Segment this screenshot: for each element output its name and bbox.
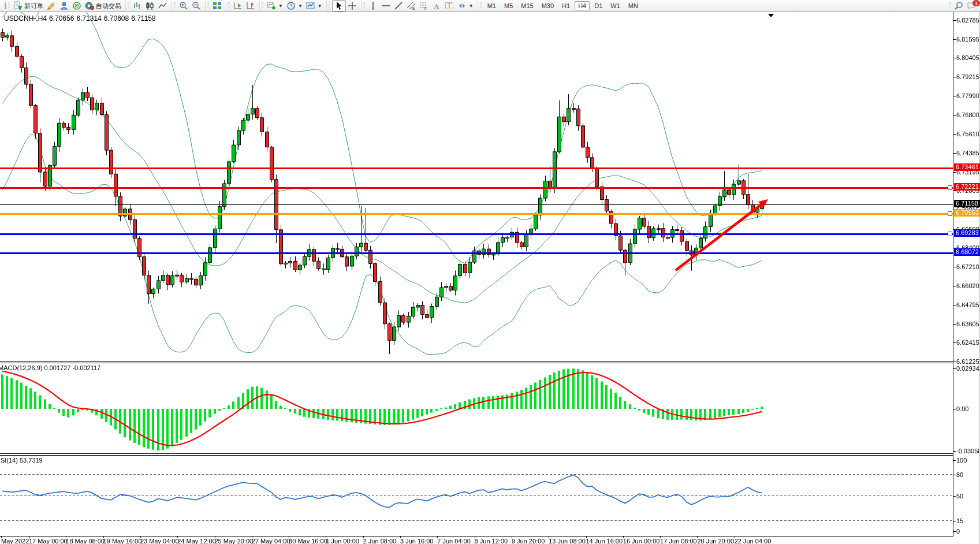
arrow-tools-icon	[457, 1, 467, 10]
text-icon: A	[432, 1, 441, 10]
chart-shift-button[interactable]	[244, 1, 257, 11]
time-axis-label: May 2022	[1, 538, 29, 544]
chart-type-group	[125, 0, 172, 12]
vertical-line-button[interactable]	[367, 1, 379, 11]
fibonacci-button[interactable]: F	[418, 1, 430, 11]
equidistant-channel-icon: E	[407, 1, 416, 10]
macd-tick-label: 0.029341	[956, 365, 980, 372]
chart-canvas[interactable]	[0, 12, 980, 544]
scroll-group	[226, 0, 259, 12]
zoom-out-button[interactable]	[190, 1, 203, 11]
crosshair-button[interactable]	[346, 1, 359, 11]
window-group	[205, 0, 226, 12]
time-axis-label: 17 Jun 08:00	[660, 538, 697, 544]
timeframe-button-mn[interactable]: MN	[625, 1, 642, 10]
time-axis-label: 22 Jun 04:00	[735, 538, 772, 544]
cursor-group	[326, 0, 361, 12]
trendline-button[interactable]	[392, 1, 405, 11]
price-tick-label: 6.81595	[956, 36, 979, 43]
line-chart-icon	[158, 1, 167, 10]
period-clock-icon	[286, 1, 296, 10]
notifications-button[interactable]: 1	[965, 1, 978, 11]
price-tick-label: 6.67210	[956, 263, 979, 270]
tile-windows-icon	[213, 1, 222, 10]
price-line-label: 6.69283	[954, 229, 980, 237]
cursor-button[interactable]	[332, 0, 346, 12]
time-axis-label: 13 Jun 08:00	[549, 538, 586, 544]
zoom-group	[172, 0, 205, 12]
timeframe-button-h1[interactable]: H1	[558, 1, 573, 10]
timeframe-button-w1[interactable]: W1	[607, 1, 624, 10]
time-axis-label: 17 May 00:00	[29, 538, 68, 544]
autotrading-icon	[85, 1, 94, 10]
timeframe-button-m5[interactable]: M5	[501, 1, 516, 10]
bar-chart-icon	[133, 1, 142, 10]
trendline-icon	[394, 1, 403, 10]
tile-windows-button[interactable]	[211, 1, 223, 11]
arrow-tools-button[interactable]: ▼	[456, 1, 475, 11]
templates-button[interactable]: ▼	[304, 1, 324, 11]
price-tick-label: 6.76800	[956, 111, 979, 118]
time-axis-label: 30 May 16:00	[289, 538, 327, 544]
right-group: 1	[947, 0, 980, 12]
community-button[interactable]	[58, 1, 70, 11]
arrow-tools-caret-icon[interactable]: ▼	[469, 3, 474, 9]
templates-icon	[306, 1, 315, 10]
community-icon	[59, 1, 69, 10]
horizontal-line-icon	[381, 1, 390, 10]
auto-scroll-button[interactable]	[232, 1, 244, 11]
rsi-tick-label: 15	[956, 517, 963, 524]
chart-shift-icon	[246, 1, 255, 10]
price-tick-label: 6.80405	[956, 54, 979, 61]
time-axis-label: 3 Jun 16:00	[400, 538, 434, 544]
new-order-button[interactable]: 新订单	[12, 1, 45, 11]
price-line-label: 6.73461	[954, 163, 980, 171]
price-line-label: 6.68072	[954, 248, 980, 256]
signals-icon	[72, 1, 81, 10]
price-tick-label: 6.75610	[956, 131, 979, 137]
metaeditor-button[interactable]	[45, 1, 58, 11]
time-axis-label: 2 Jun 08:00	[363, 538, 397, 544]
scroll-to-end-icon[interactable]	[768, 14, 774, 17]
text-label-button[interactable]: T	[443, 1, 456, 11]
horizontal-line-button[interactable]	[379, 1, 392, 11]
price-line-label: 6.70553	[954, 209, 980, 217]
price-tick-label: 6.79215	[956, 73, 979, 80]
new-chart-icon	[267, 1, 276, 10]
timeframe-button-m1[interactable]: M1	[484, 1, 500, 10]
drawing-tools-group: E F A T ▼	[361, 0, 478, 12]
autotrading-label: 自动交易	[96, 2, 121, 10]
templates-caret-icon[interactable]: ▼	[318, 3, 322, 9]
equidistant-channel-button[interactable]: E	[405, 1, 418, 11]
period-button[interactable]: ▼	[285, 1, 304, 11]
rsi-tick-label: 50	[956, 493, 963, 500]
price-line-label: 6.72221	[954, 183, 980, 191]
price-tick-label: 6.77990	[956, 92, 979, 99]
zoom-in-button[interactable]	[177, 1, 190, 11]
price-tick-label: 6.82785	[956, 17, 979, 24]
clipped-toolbar-icon[interactable]	[1, 1, 6, 10]
time-axis-label: 16 Jun 00:00	[623, 538, 660, 544]
new-order-label: 新订单	[24, 2, 43, 10]
notification-badge: 1	[972, 0, 980, 6]
toolbar: 新订单 自动交易	[0, 0, 980, 12]
candlestick-chart-button[interactable]	[144, 1, 156, 11]
new-chart-caret-icon[interactable]: ▼	[278, 3, 283, 9]
timeframe-button-d1[interactable]: D1	[591, 1, 606, 10]
period-caret-icon[interactable]: ▼	[298, 3, 303, 9]
timeframe-button-m30[interactable]: M30	[538, 1, 557, 10]
time-axis-label: 7 Jun 04:00	[437, 538, 471, 544]
search-button[interactable]	[952, 1, 965, 11]
new-chart-button[interactable]: ▼	[265, 1, 285, 11]
timeframe-button-h4[interactable]: H4	[575, 1, 590, 10]
line-chart-button[interactable]	[156, 1, 169, 11]
signals-button[interactable]	[70, 1, 83, 11]
bar-chart-button[interactable]	[131, 1, 144, 11]
autotrading-button[interactable]: 自动交易	[83, 1, 123, 11]
rsi-tick-label: 100	[956, 457, 967, 464]
crosshair-icon	[348, 1, 357, 10]
svg-text:E: E	[412, 6, 415, 10]
timeframe-button-m15[interactable]: M15	[517, 1, 536, 10]
text-button[interactable]: A	[430, 1, 443, 11]
time-axis-label: 20 Jun 20:00	[697, 538, 734, 544]
